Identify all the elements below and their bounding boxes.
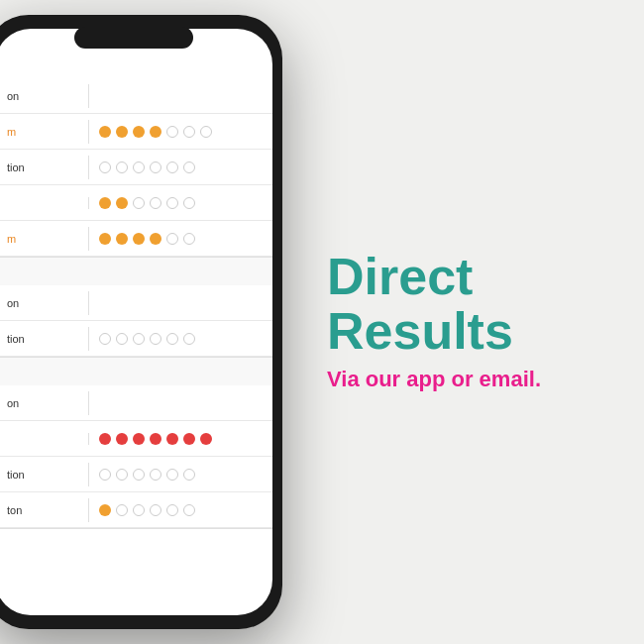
dots-container	[89, 327, 205, 351]
dot-filled-red	[183, 433, 195, 445]
dot-empty	[166, 197, 178, 209]
table-row: on	[0, 385, 272, 421]
dot-filled	[133, 126, 145, 138]
dot-filled-red	[133, 433, 145, 445]
dot-empty	[150, 469, 161, 481]
subtitle: Via our app or email.	[327, 366, 604, 394]
dot-filled	[99, 197, 111, 209]
row-label: on	[0, 291, 89, 315]
dot-filled-red	[200, 433, 212, 445]
dot-empty	[116, 504, 128, 516]
table-section-3: on	[0, 385, 272, 529]
table-row: on	[0, 78, 272, 114]
row-label: m	[0, 227, 89, 251]
table-row: tion	[0, 457, 272, 492]
table-section-1: on m	[0, 78, 272, 258]
dot-filled	[116, 197, 128, 209]
dot-empty	[183, 197, 195, 209]
row-label	[0, 197, 89, 209]
section-gap	[0, 258, 272, 285]
dots-container	[89, 191, 205, 215]
dot-filled-red	[99, 433, 111, 445]
dot-empty	[116, 333, 128, 345]
dots-container	[89, 156, 205, 179]
dot-empty	[150, 333, 161, 345]
dots-container	[89, 120, 222, 144]
dot-empty	[99, 469, 111, 481]
table-row: on	[0, 285, 272, 321]
dot-empty	[166, 233, 178, 245]
dot-empty	[116, 469, 128, 481]
table-row: tion	[0, 321, 272, 357]
dot-empty	[166, 333, 178, 345]
phone-notch	[74, 27, 193, 49]
phone-screen: on m	[0, 29, 272, 615]
dot-filled	[116, 126, 128, 138]
dot-empty	[133, 333, 145, 345]
row-label-ton: ton	[0, 498, 89, 522]
row-label: tion	[0, 156, 89, 179]
dot-filled-red	[150, 433, 161, 445]
dot-filled	[150, 233, 161, 245]
headline-line2: Results	[327, 302, 513, 360]
headline: Direct Results	[327, 250, 604, 358]
dot-empty	[183, 469, 195, 481]
dot-empty	[183, 333, 195, 345]
dot-empty	[133, 469, 145, 481]
dot-empty	[183, 233, 195, 245]
dot-empty	[116, 161, 128, 173]
dot-filled	[133, 233, 145, 245]
right-content: Direct Results Via our app or email.	[327, 250, 604, 394]
dot-empty	[166, 161, 178, 173]
dot-empty	[133, 504, 145, 516]
dots-container	[89, 498, 205, 522]
row-label: tion	[0, 327, 89, 351]
row-label: tion	[0, 463, 89, 486]
dot-empty	[183, 161, 195, 173]
dot-empty	[133, 161, 145, 173]
dot-empty	[133, 197, 145, 209]
row-label: on	[0, 84, 89, 108]
table-row	[0, 421, 272, 457]
dot-empty	[166, 504, 178, 516]
dots-container	[89, 397, 109, 409]
phone-container: on m	[0, 0, 297, 644]
dots-container	[89, 90, 109, 102]
section-gap	[0, 358, 272, 385]
dot-empty	[166, 469, 178, 481]
headline-line1: Direct	[327, 248, 473, 305]
dot-empty	[150, 197, 161, 209]
row-label	[0, 433, 89, 445]
dots-container	[89, 227, 205, 251]
dot-empty	[150, 504, 161, 516]
dot-filled	[116, 233, 128, 245]
row-label: on	[0, 391, 89, 415]
dot-empty	[183, 126, 195, 138]
dot-filled-red	[116, 433, 128, 445]
dot-empty	[99, 333, 111, 345]
dot-filled	[150, 126, 161, 138]
dot-empty	[166, 126, 178, 138]
dots-container	[89, 297, 109, 309]
table-row: m	[0, 221, 272, 257]
table-section-2: on tion	[0, 285, 272, 358]
dot-filled	[99, 504, 111, 516]
screen-content: on m	[0, 29, 272, 615]
table-row	[0, 185, 272, 221]
table-row: ton	[0, 492, 272, 528]
phone-frame: on m	[0, 15, 282, 629]
dot-empty	[99, 161, 111, 173]
dot-empty	[200, 126, 212, 138]
dot-empty	[183, 504, 195, 516]
dots-container	[89, 463, 205, 486]
dots-container	[89, 427, 222, 451]
dot-filled-red	[166, 433, 178, 445]
table-row: m	[0, 114, 272, 150]
table-row: tion	[0, 150, 272, 185]
dot-empty	[150, 161, 161, 173]
row-label: m	[0, 120, 89, 144]
dot-filled	[99, 126, 111, 138]
dot-filled	[99, 233, 111, 245]
